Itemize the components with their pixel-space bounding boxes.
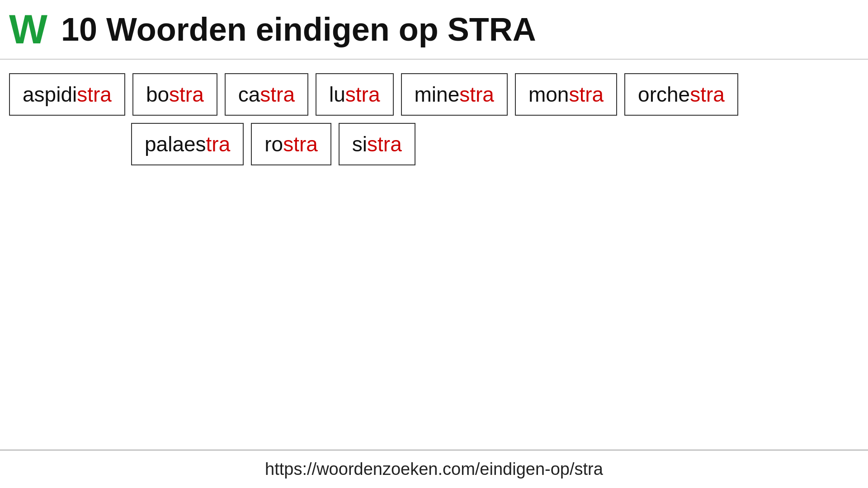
footer-url: https://woordenzoeken.com/eindigen-op/st… — [9, 460, 859, 479]
word-suffix: stra — [260, 82, 295, 107]
logo: W — [9, 9, 47, 50]
word-prefix: aspidi — [23, 82, 77, 107]
word-box: bostra — [132, 73, 217, 116]
word-box: rostra — [251, 123, 331, 165]
word-suffix: stra — [283, 132, 318, 156]
word-box: sistra — [339, 123, 415, 165]
word-suffix: stra — [345, 82, 380, 107]
word-suffix: stra — [569, 82, 604, 107]
word-suffix: stra — [459, 82, 494, 107]
word-prefix: palaes — [145, 132, 206, 156]
footer: https://woordenzoeken.com/eindigen-op/st… — [0, 450, 868, 488]
word-box: palaestra — [131, 123, 244, 165]
word-prefix: orche — [638, 82, 690, 107]
word-box: monstra — [515, 73, 617, 116]
word-suffix: stra — [169, 82, 204, 107]
word-suffix: stra — [690, 82, 725, 107]
word-suffix: stra — [367, 132, 402, 156]
word-prefix: bo — [146, 82, 169, 107]
word-box: aspidistra — [9, 73, 125, 116]
word-suffix: stra — [77, 82, 112, 107]
word-suffix: tra — [206, 132, 231, 156]
page-title: 10 Woorden eindigen op STRA — [61, 11, 536, 48]
word-prefix: mon — [528, 82, 569, 107]
words-row-1: aspidistrabostracastralustraminestramons… — [9, 73, 859, 116]
word-prefix: lu — [329, 82, 345, 107]
word-prefix: ca — [238, 82, 260, 107]
header-divider — [0, 59, 868, 60]
header: W 10 Woorden eindigen op STRA — [0, 0, 868, 54]
words-row-2: palaestrarostrasistra — [131, 123, 859, 165]
word-box: orchestra — [624, 73, 738, 116]
words-container: aspidistrabostracastralustraminestramons… — [0, 64, 868, 450]
word-box: minestra — [401, 73, 508, 116]
word-box: lustra — [316, 73, 394, 116]
word-box: castra — [225, 73, 308, 116]
word-prefix: mine — [415, 82, 460, 107]
word-prefix: si — [352, 132, 367, 156]
word-prefix: ro — [264, 132, 283, 156]
